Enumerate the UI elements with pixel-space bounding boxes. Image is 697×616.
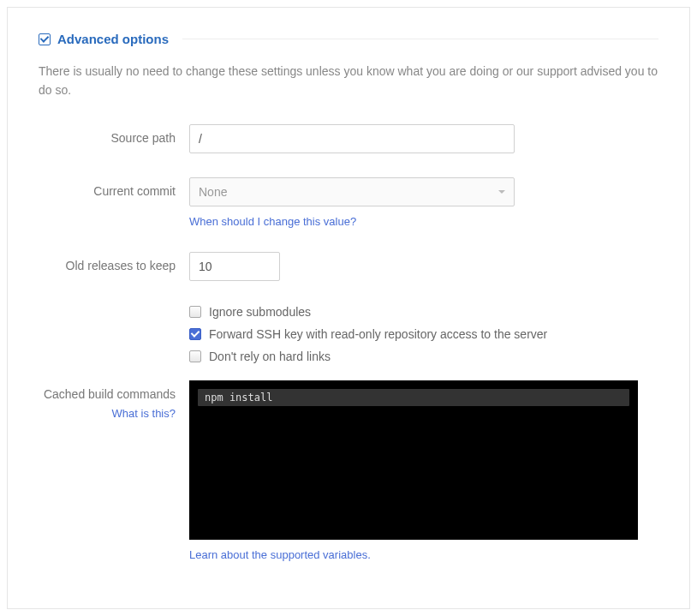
check-no-hard-links[interactable] — [189, 350, 201, 362]
label-cached-build: Cached build commands What is this? — [39, 380, 189, 422]
current-commit-value: None — [199, 185, 227, 199]
label-current-commit: Current commit — [39, 177, 189, 200]
cached-build-label-text: Cached build commands — [44, 387, 176, 401]
section-header: Advanced options — [39, 32, 658, 46]
check-forward-ssh[interactable] — [189, 328, 201, 340]
cached-build-terminal[interactable]: npm install — [189, 380, 638, 540]
label-old-releases: Old releases to keep — [39, 252, 189, 275]
row-source-path: Source path — [39, 124, 658, 153]
check-forward-ssh-row: Forward SSH key with read-only repositor… — [189, 327, 638, 341]
section-toggle-icon — [39, 33, 51, 45]
current-commit-select[interactable]: None — [189, 177, 515, 206]
check-ignore-submodules[interactable] — [189, 306, 201, 318]
check-ignore-submodules-label: Ignore submodules — [209, 305, 311, 319]
check-no-hard-links-label: Don't rely on hard links — [209, 350, 331, 363]
supported-variables-link[interactable]: Learn about the supported variables. — [189, 548, 371, 561]
source-path-input[interactable] — [189, 124, 515, 153]
chevron-down-icon — [498, 190, 505, 194]
row-checkboxes: Ignore submodules Forward SSH key with r… — [39, 305, 658, 372]
section-rule — [182, 39, 658, 39]
section-description: There is usually no need to change these… — [39, 62, 658, 100]
section-title: Advanced options — [57, 32, 169, 46]
current-commit-hint-link[interactable]: When should I change this value? — [189, 215, 356, 228]
advanced-options-panel: Advanced options There is usually no nee… — [7, 7, 690, 609]
old-releases-input[interactable] — [189, 252, 280, 281]
check-no-hard-links-row: Don't rely on hard links — [189, 350, 638, 363]
row-cached-build: Cached build commands What is this? npm … — [39, 380, 658, 561]
check-forward-ssh-label: Forward SSH key with read-only repositor… — [209, 327, 547, 341]
label-source-path: Source path — [39, 124, 189, 147]
cached-build-command: npm install — [198, 389, 629, 406]
row-old-releases: Old releases to keep — [39, 252, 658, 281]
cached-build-hint-link[interactable]: What is this? — [39, 406, 176, 422]
row-current-commit: Current commit None When should I change… — [39, 177, 658, 228]
check-ignore-submodules-row: Ignore submodules — [189, 305, 638, 319]
